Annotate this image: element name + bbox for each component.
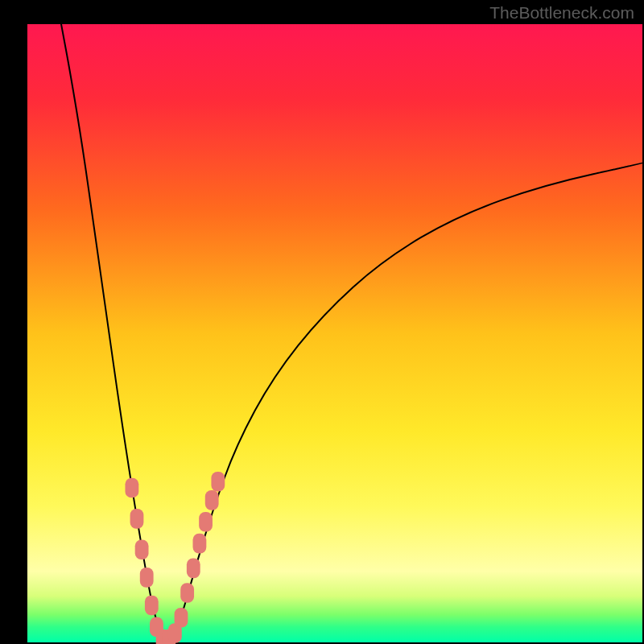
curve-marker (125, 478, 138, 498)
curve-marker (130, 509, 144, 529)
curve-marker (205, 490, 219, 510)
plot-area (27, 24, 642, 642)
curve-marker (175, 608, 188, 628)
curve-marker (145, 596, 159, 616)
curve-marker (193, 534, 207, 554)
curve-marker (199, 512, 213, 532)
curve-marker (135, 540, 149, 560)
curve-marker (140, 568, 154, 588)
curve-marker (187, 559, 200, 579)
bottleneck-chart (0, 0, 644, 644)
curve-marker (211, 472, 225, 492)
watermark-text: TheBottleneck.com (489, 3, 634, 23)
curve-marker (180, 583, 194, 603)
